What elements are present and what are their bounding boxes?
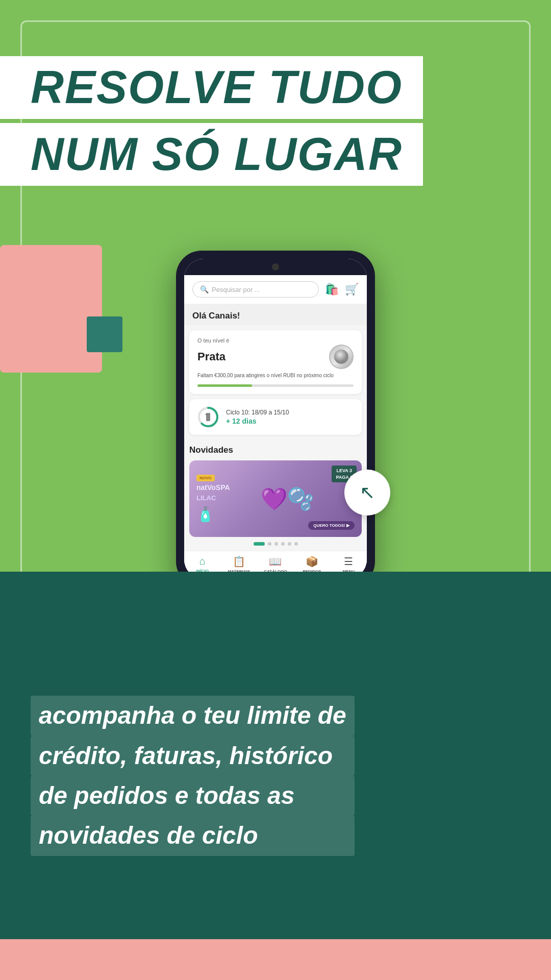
- bottom-pink-stripe: [0, 939, 551, 980]
- progress-bar-bg: [197, 384, 354, 387]
- cycle-title: Ciclo 10: 18/09 a 15/10: [226, 409, 289, 416]
- carousel-dot-4[interactable]: [281, 542, 285, 546]
- carousel-dot-6[interactable]: [294, 542, 298, 546]
- phone-outer: 🔍 Pesquisar por ... 🛍️ 🛒 Olá Canais!: [176, 251, 375, 572]
- camera-notch: [184, 259, 367, 275]
- level-badge: [329, 345, 354, 369]
- deco-pink-rectangle: [0, 245, 102, 373]
- nav-item-pedidos[interactable]: 📦 PEDIDOS: [294, 555, 331, 572]
- level-card: O teu nível é Prata: [189, 330, 362, 394]
- carousel-dot-active[interactable]: [254, 542, 265, 546]
- promo-name: LILAC: [196, 494, 230, 502]
- promo-cta-button[interactable]: QUERO TODOS! ▶: [308, 521, 355, 530]
- phone-inner: 🔍 Pesquisar por ... 🛍️ 🛒 Olá Canais!: [184, 259, 367, 572]
- promo-banner[interactable]: NOVO natVoSPA LILAC 🧴 💜🫧 LEVA 3: [189, 460, 362, 537]
- top-section: RESOLVE TUDO NUM SÓ LUGAR: [0, 0, 551, 572]
- app-content: 🔍 Pesquisar por ... 🛍️ 🛒 Olá Canais!: [184, 275, 367, 572]
- level-row: Prata: [197, 345, 354, 369]
- search-placeholder: Pesquisar por ...: [212, 286, 260, 293]
- level-name: Prata: [197, 350, 226, 363]
- headline-line1: RESOLVE TUDO: [0, 56, 423, 119]
- promo-product-icon: 🧴: [196, 506, 230, 523]
- svg-rect-4: [205, 414, 207, 415]
- cycle-icon: [197, 406, 219, 428]
- cycle-info: Ciclo 10: 18/09 a 15/10 + 12 dias: [226, 409, 289, 425]
- novidades-section: Novidades NOVO natVoSPA LILAC 🧴: [184, 438, 367, 551]
- cursor-icon: ↖: [360, 482, 375, 503]
- carousel-dot-5[interactable]: [288, 542, 291, 546]
- progress-bar-fill: [197, 384, 252, 387]
- phone-mockup: 🔍 Pesquisar por ... 🛍️ 🛒 Olá Canais!: [176, 251, 375, 572]
- search-input-wrap[interactable]: 🔍 Pesquisar por ...: [192, 281, 319, 298]
- search-icon: 🔍: [200, 285, 209, 293]
- deco-teal-rectangle: [87, 316, 122, 352]
- nav-item-menu[interactable]: ☰ MENU: [330, 555, 367, 572]
- cursor-circle: ↖: [344, 470, 390, 516]
- novidades-title: Novidades: [189, 445, 362, 455]
- wishlist-icon[interactable]: 🛍️: [325, 283, 339, 296]
- bottom-text-line1: acompanha o teu limite de: [31, 696, 355, 736]
- level-desc: Faltam €300,00 para atingires o nível RU…: [197, 372, 354, 379]
- headline-area: RESOLVE TUDO NUM SÓ LUGAR: [0, 56, 551, 186]
- cart-icon[interactable]: 🛒: [345, 283, 359, 296]
- home-icon: ⌂: [199, 555, 206, 567]
- headline-text-1: RESOLVE TUDO: [31, 62, 403, 113]
- nav-item-catalogo[interactable]: 📖 CATÁLOGO: [257, 555, 294, 572]
- greeting-text: Olá Canais!: [192, 311, 240, 321]
- bottom-nav: ⌂ INÍCIO 📋 MATERIAIS 📖 CATÁLOGO: [184, 551, 367, 572]
- pedidos-icon: 📦: [306, 555, 318, 568]
- bottom-text-line3: de pedidos e todas as: [31, 776, 355, 816]
- cycle-days: + 12 dias: [226, 417, 289, 425]
- bottom-text-line4: novidades de ciclo: [31, 816, 355, 855]
- carousel-dot-2[interactable]: [268, 542, 271, 546]
- headline-line2: NUM SÓ LUGAR: [0, 123, 423, 186]
- menu-icon: ☰: [344, 555, 353, 568]
- promo-novo-label: NOVO: [196, 475, 215, 481]
- carousel-dots: [189, 542, 362, 546]
- bottom-section: acompanha o teu limite de crédito, fatur…: [0, 572, 551, 980]
- bottom-text: acompanha o teu limite de crédito, fatur…: [31, 696, 355, 856]
- promo-product-bottles: 💜🫧: [261, 486, 314, 511]
- greeting-section: Olá Canais!: [184, 304, 367, 325]
- nav-item-materiais[interactable]: 📋 MATERIAIS: [221, 555, 258, 572]
- promo-badge-line1: LEVA 3: [336, 468, 353, 474]
- cycle-card: Ciclo 10: 18/09 a 15/10 + 12 dias: [189, 399, 362, 435]
- catalogo-icon: 📖: [269, 555, 282, 568]
- page-wrapper: RESOLVE TUDO NUM SÓ LUGAR: [0, 0, 551, 980]
- bottom-text-line2: crédito, faturas, histórico: [31, 736, 355, 776]
- headline-text-2: NUM SÓ LUGAR: [31, 129, 403, 180]
- search-bar-row: 🔍 Pesquisar por ... 🛍️ 🛒: [184, 275, 367, 304]
- materiais-icon: 📋: [233, 555, 245, 568]
- svg-point-0: [334, 350, 348, 364]
- promo-brand: natVoSPA: [196, 483, 230, 492]
- camera-dot: [272, 263, 279, 271]
- cycle-progress-svg: [197, 406, 219, 428]
- level-label: O teu nível é: [197, 337, 354, 344]
- promo-left: NOVO natVoSPA LILAC 🧴: [196, 475, 230, 523]
- carousel-dot-3[interactable]: [274, 542, 278, 546]
- nav-item-inicio[interactable]: ⌂ INÍCIO: [184, 555, 221, 572]
